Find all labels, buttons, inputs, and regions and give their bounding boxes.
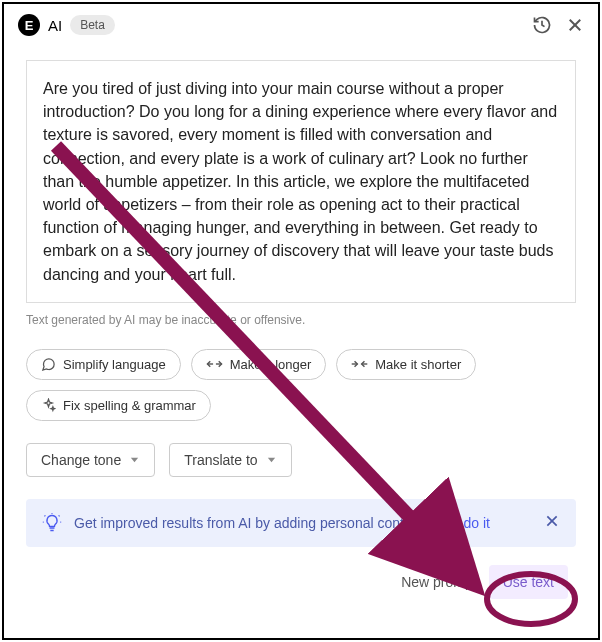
lightbulb-icon (42, 513, 62, 533)
change-tone-dropdown[interactable]: Change tone (26, 443, 155, 477)
translate-to-dropdown[interactable]: Translate to (169, 443, 291, 477)
generated-text-output[interactable]: Are you tired of just diving into your m… (26, 60, 576, 303)
chevron-down-icon (129, 454, 140, 465)
tip-close-icon[interactable] (544, 513, 560, 532)
lets-do-it-link[interactable]: Let's do it (430, 515, 490, 531)
chip-label: Make it longer (230, 357, 312, 372)
fix-grammar-chip[interactable]: Fix spelling & grammar (26, 390, 211, 421)
new-prompt-button[interactable]: New prompt (397, 566, 480, 598)
beta-badge: Beta (70, 15, 115, 35)
dropdown-label: Translate to (184, 452, 257, 468)
make-shorter-chip[interactable]: Make it shorter (336, 349, 476, 380)
suggestion-chips-row: Simplify language Make it longer Make it… (26, 349, 576, 421)
chip-label: Make it shorter (375, 357, 461, 372)
dropdown-row: Change tone Translate to (26, 443, 576, 477)
dropdown-label: Change tone (41, 452, 121, 468)
chip-label: Fix spelling & grammar (63, 398, 196, 413)
svg-marker-7 (267, 458, 274, 463)
svg-line-10 (59, 515, 60, 516)
close-icon[interactable] (566, 16, 584, 34)
personal-context-tip-banner: Get improved results from AI by adding p… (26, 499, 576, 547)
use-text-button[interactable]: Use text (489, 565, 568, 599)
chat-icon (41, 357, 56, 372)
footer-actions: New prompt Use text (26, 565, 576, 599)
chip-label: Simplify language (63, 357, 166, 372)
history-icon[interactable] (532, 15, 552, 35)
modal-title: AI (48, 17, 62, 34)
sparkle-icon (41, 398, 56, 413)
make-longer-chip[interactable]: Make it longer (191, 349, 327, 380)
chevron-down-icon (266, 454, 277, 465)
expand-horizontal-icon (206, 357, 223, 371)
elementor-logo-icon: E (18, 14, 40, 36)
tip-text: Get improved results from AI by adding p… (74, 515, 534, 531)
svg-line-9 (45, 515, 46, 516)
ai-disclaimer-text: Text generated by AI may be inaccurate o… (26, 313, 576, 327)
svg-marker-6 (131, 458, 138, 463)
modal-header: E AI Beta (4, 4, 598, 46)
collapse-horizontal-icon (351, 357, 368, 371)
simplify-language-chip[interactable]: Simplify language (26, 349, 181, 380)
